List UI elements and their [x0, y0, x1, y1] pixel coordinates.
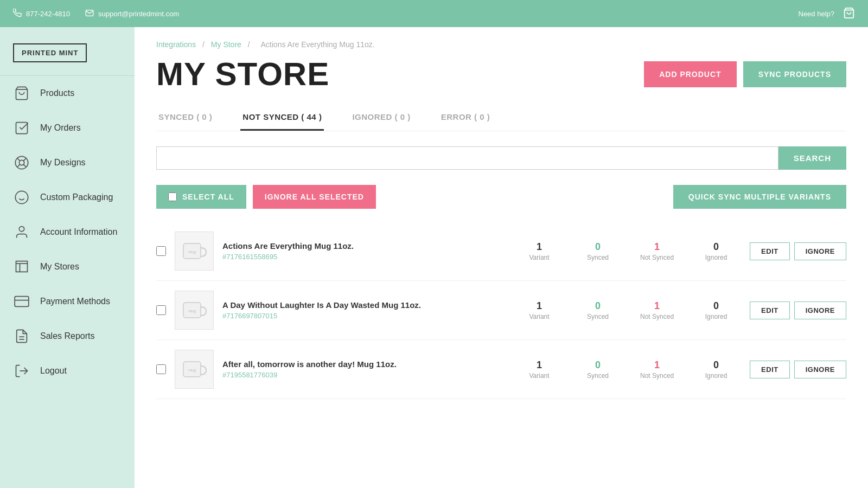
synced-count-2: 0 — [582, 300, 614, 312]
ignored-count-2: 0 — [700, 300, 732, 312]
not-synced-label-3: Not Synced — [640, 372, 674, 380]
sidebar-item-payment-methods[interactable]: Payment Methods — [0, 284, 135, 319]
reports-icon — [13, 328, 30, 345]
product-checkbox-3[interactable] — [156, 364, 166, 374]
phone-contact: 877-242-4810 — [13, 9, 70, 19]
ignore-button-3[interactable]: IGNORE — [794, 361, 846, 378]
topbar-right: Need help? — [799, 7, 856, 21]
breadcrumb-my-store[interactable]: My Store — [211, 40, 241, 49]
ignored-label-3: Ignored — [700, 372, 732, 380]
select-all-checkbox[interactable] — [168, 192, 177, 201]
edit-button-1[interactable]: EDIT — [750, 242, 790, 260]
orders-icon — [13, 119, 30, 137]
sidebar-item-account-information[interactable]: Account Information — [0, 215, 135, 249]
breadcrumb-integrations[interactable]: Integrations — [156, 40, 196, 49]
product-stats-3: 1 Variant 0 Synced 1 Not Synced 0 Ignore… — [523, 359, 732, 380]
not-synced-count-3: 1 — [640, 359, 674, 371]
stat-not-synced-2: 1 Not Synced — [640, 300, 674, 320]
product-name-3: After all, tomorrow is another day! Mug … — [222, 359, 514, 369]
sidebar-label-custom-packaging: Custom Packaging — [40, 192, 113, 202]
svg-line-6 — [23, 164, 26, 167]
product-checkbox-2[interactable] — [156, 305, 166, 315]
table-row: mug A Day Without Laughter Is A Day Wast… — [156, 281, 846, 340]
not-synced-count-1: 1 — [640, 241, 674, 253]
tab-not-synced[interactable]: NOT SYNCED ( 44 ) — [240, 106, 324, 131]
ignore-button-2[interactable]: IGNORE — [794, 301, 846, 319]
tab-ignored[interactable]: IGNORED ( 0 ) — [350, 106, 412, 131]
designs-icon — [13, 154, 30, 171]
stores-icon — [13, 258, 30, 275]
quick-sync-button[interactable]: QUICK SYNC MULTIPLE VARIANTS — [673, 185, 846, 209]
header-buttons: ADD PRODUCT SYNC PRODUCTS — [644, 61, 846, 87]
logo: PRINTED MINT — [13, 43, 87, 62]
stat-synced-2: 0 Synced — [582, 300, 614, 320]
edit-button-3[interactable]: EDIT — [750, 361, 790, 378]
sidebar-item-sales-reports[interactable]: Sales Reports — [0, 319, 135, 354]
logout-icon — [13, 362, 30, 380]
ignore-button-1[interactable]: IGNORE — [794, 242, 846, 260]
phone-number: 877-242-4810 — [26, 10, 70, 18]
stat-synced-3: 0 Synced — [582, 359, 614, 380]
stat-ignored-2: 0 Ignored — [700, 300, 732, 320]
sync-products-button[interactable]: SYNC PRODUCTS — [743, 61, 846, 87]
svg-point-12 — [19, 227, 24, 232]
cart-icon[interactable] — [843, 7, 855, 21]
synced-label-3: Synced — [582, 372, 614, 380]
sidebar-label-my-orders: My Orders — [40, 123, 81, 133]
synced-count-1: 0 — [582, 241, 614, 253]
product-stats-1: 1 Variant 0 Synced 1 Not Synced 0 Ignore… — [523, 241, 732, 261]
topbar: 877-242-4810 support@printedmint.com Nee… — [0, 0, 868, 27]
add-product-button[interactable]: ADD PRODUCT — [644, 61, 736, 87]
sidebar-item-products[interactable]: Products — [0, 76, 135, 111]
variants-count-2: 1 — [523, 300, 556, 312]
synced-count-3: 0 — [582, 359, 614, 371]
sidebar: PRINTED MINT Products My Orders My Desig… — [0, 27, 135, 488]
tab-synced[interactable]: SYNCED ( 0 ) — [156, 106, 214, 131]
tabs-bar: SYNCED ( 0 ) NOT SYNCED ( 44 ) IGNORED (… — [156, 106, 846, 131]
sidebar-label-products: Products — [40, 88, 74, 98]
table-row: mug After all, tomorrow is another day! … — [156, 340, 846, 399]
sidebar-item-my-designs[interactable]: My Designs — [0, 145, 135, 180]
sidebar-item-custom-packaging[interactable]: Custom Packaging — [0, 180, 135, 215]
sidebar-item-logout[interactable]: Logout — [0, 354, 135, 388]
product-image-1: mug — [175, 232, 214, 271]
product-sku-2: #7176697807015 — [222, 312, 514, 320]
svg-line-8 — [17, 164, 20, 167]
svg-text:mug: mug — [188, 368, 196, 373]
edit-button-2[interactable]: EDIT — [750, 301, 790, 319]
not-synced-count-2: 1 — [640, 300, 674, 312]
ignored-count-1: 0 — [700, 241, 732, 253]
svg-text:mug: mug — [188, 309, 196, 313]
email-contact: support@printedmint.com — [85, 9, 179, 19]
email-icon — [85, 9, 94, 19]
breadcrumb-current: Actions Are Everything Mug 11oz. — [261, 40, 375, 49]
topbar-contact-info: 877-242-4810 support@printedmint.com — [13, 9, 179, 19]
product-list: mug Actions Are Everything Mug 11oz. #71… — [156, 222, 846, 399]
svg-point-4 — [19, 160, 24, 165]
sidebar-item-my-stores[interactable]: My Stores — [0, 249, 135, 284]
not-synced-label-1: Not Synced — [640, 254, 674, 261]
ignored-label-2: Ignored — [700, 313, 732, 320]
ignore-all-selected-button[interactable]: IGNORE ALL SELECTED — [253, 185, 376, 209]
search-button[interactable]: SEARCH — [778, 146, 846, 170]
ignored-count-3: 0 — [700, 359, 732, 371]
product-stats-2: 1 Variant 0 Synced 1 Not Synced 0 Ignore… — [523, 300, 732, 320]
packaging-icon — [13, 189, 30, 206]
stat-variants-1: 1 Variant — [523, 241, 556, 261]
bag-icon — [13, 85, 30, 102]
search-input[interactable] — [156, 146, 778, 170]
product-name-1: Actions Are Everything Mug 11oz. — [222, 241, 514, 251]
tab-error[interactable]: ERROR ( 0 ) — [439, 106, 493, 131]
svg-rect-13 — [15, 297, 29, 307]
synced-label-1: Synced — [582, 254, 614, 261]
stat-variants-2: 1 Variant — [523, 300, 556, 320]
sidebar-item-my-orders[interactable]: My Orders — [0, 111, 135, 145]
product-checkbox-1[interactable] — [156, 246, 166, 256]
action-bar-left: SELECT ALL IGNORE ALL SELECTED — [156, 185, 376, 209]
synced-label-2: Synced — [582, 313, 614, 320]
select-all-button[interactable]: SELECT ALL — [156, 185, 246, 209]
stat-not-synced-1: 1 Not Synced — [640, 241, 674, 261]
product-info-3: After all, tomorrow is another day! Mug … — [222, 359, 514, 379]
sidebar-label-my-designs: My Designs — [40, 158, 86, 168]
stat-synced-1: 0 Synced — [582, 241, 614, 261]
